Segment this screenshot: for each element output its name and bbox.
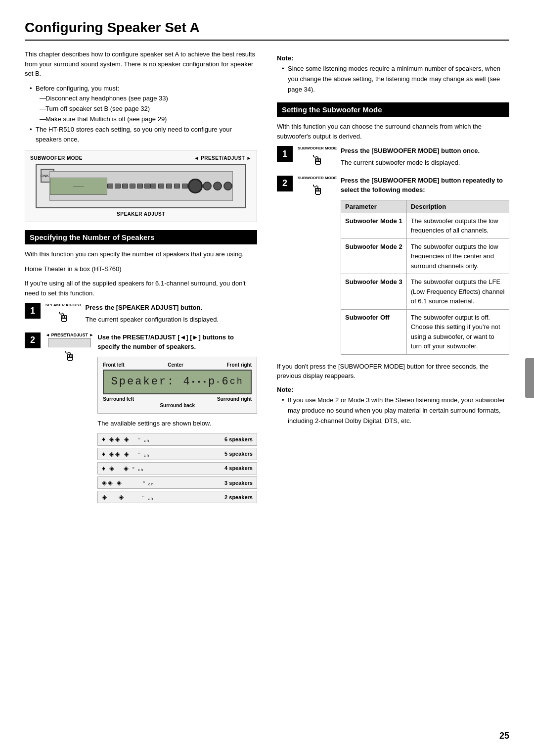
side-tab	[525, 358, 534, 398]
step2-sub-content: Press the [SUBWOOFER MODE] button repeat…	[341, 176, 509, 355]
speaker-icons-3: ◈◈ ◈ ▫ ch	[102, 479, 213, 486]
note-bottom-text: If you use Mode 2 or Mode 3 with the Ste…	[282, 395, 509, 426]
speaker-top-labels: Front left Center Front right	[103, 362, 252, 368]
table-param-off: Subwoofer Off	[341, 309, 407, 354]
knob3	[223, 182, 232, 190]
step2-subwoofer: 2 SUBWOOFER MODE 🖱 Press the [SUBWOOFER …	[277, 176, 509, 355]
note-top-text: Since some listening modes require a min…	[282, 64, 509, 94]
receiver-diagram-box: SUBWOOFER MODE ◄ PRESET/ADJUST ► ONKYO ―…	[25, 150, 257, 222]
intro-paragraph: This chapter describes how to configure …	[25, 49, 257, 79]
step2-icon-area: ◄ PRESET/ADJUST ► 🖱 Use the PRESET/ADJUS…	[45, 332, 257, 508]
step1-icon-area: SPEAKER ADJUST 🖱 Press the [SPEAKER ADJU…	[45, 303, 219, 326]
btn2	[115, 184, 121, 189]
knob1	[203, 182, 212, 190]
btn11	[182, 184, 188, 189]
note-bottom-label: Note:	[277, 386, 509, 393]
step2-sub-number: 2	[277, 176, 293, 191]
step1-desc: The current speaker configuration is dis…	[86, 315, 219, 325]
speaker-adjust-label: SPEAKER ADJUST	[30, 211, 252, 217]
btn5	[137, 184, 143, 189]
speaker-row-5: ♦ ◈◈ ◈ ▫ ch 5 speakers	[97, 448, 257, 460]
step1-title: Press the [SPEAKER ADJUST] button.	[86, 303, 219, 313]
label-surround-left: Surround left	[103, 396, 134, 402]
section-speakers-header: Specifying the Number of Speakers	[25, 230, 257, 244]
table-row-mode2: Subwoofer Mode 2 The subwoofer outputs t…	[341, 238, 509, 274]
button-row-2	[150, 184, 188, 189]
right-column: Note: Since some listening modes require…	[277, 49, 509, 515]
home-theater-desc: If you're using all of the supplied spea…	[25, 279, 257, 298]
btn9	[166, 184, 172, 189]
page-number: 25	[499, 731, 509, 741]
speaker-count-3: 3 speakers	[213, 480, 253, 486]
step2-icon-label: ◄ PRESET/ADJUST ►	[45, 332, 93, 337]
step1-subwoofer: 1 SUBWOOFER MODE 🖱 Press the [SUBWOOFER …	[277, 146, 509, 169]
sub-bullet-multich: Make sure that Multich is off (see page …	[40, 114, 257, 125]
available-settings-text: The available settings are shown below.	[97, 419, 257, 428]
sub-bullet-speakerb: Turn off speaker set B (see page 32)	[40, 104, 257, 114]
speaker-icons-5: ♦ ◈◈ ◈ ▫ ch	[102, 450, 213, 458]
bullet-before: Before configuring, you must:	[30, 84, 257, 94]
note-bottom: Note: If you use Mode 2 or Mode 3 with t…	[277, 386, 509, 426]
label-front-left: Front left	[103, 362, 124, 368]
btn4	[130, 184, 135, 189]
intro-bullets: Before configuring, you must: Disconnect…	[30, 84, 257, 145]
speaker-display-screen: Speaker: 4▪▪▪ p ▫ 6ch	[103, 370, 252, 394]
btn8	[158, 184, 164, 189]
step1-sub-icon: SUBWOOFER MODE 🖱	[298, 146, 337, 169]
step1-number: 1	[25, 303, 41, 319]
step1-sub-number: 1	[277, 146, 293, 162]
btn7	[150, 184, 156, 189]
receiver-image: ONKYO ―――	[36, 164, 246, 208]
label-center: Center	[168, 362, 183, 368]
after-table-text: If you don't press the [SUBWOOFER MODE] …	[277, 362, 509, 381]
step2-sub-icon: SUBWOOFER MODE 🖱	[298, 176, 337, 198]
speaker-row-2: ◈ ◈ ▫ ch 2 speakers	[97, 491, 257, 503]
speaker-row-6: ♦ ◈◈ ◈ ▫ ch 6 speakers	[97, 433, 257, 445]
step2-hand-icon: 🖱	[63, 348, 77, 365]
note-top-bullets: Since some listening modes require a min…	[282, 64, 509, 94]
button-row-1	[107, 184, 150, 189]
table-desc-mode3: The subwoofer outputs the LFE (Low Frequ…	[406, 274, 509, 310]
step1-icon: SPEAKER ADJUST 🖱	[45, 303, 82, 326]
left-column: This chapter describes how to configure …	[25, 49, 257, 515]
speaker-bottom-labels: Surround left Surround right	[103, 396, 252, 402]
speaker-display-area: Front left Center Front right Speaker: 4…	[97, 357, 257, 414]
step1-sub-icon-label: SUBWOOFER MODE	[298, 146, 337, 151]
receiver-inner: ―――	[49, 171, 233, 201]
step1-hand-icon: 🖱	[56, 309, 70, 326]
section-subwoofer-header: Setting the Subwoofer Mode	[277, 102, 509, 117]
speaker-icons-4: ♦ ◈ ◈ ▫ ch	[102, 465, 213, 472]
speaker-row-4: ♦ ◈ ◈ ▫ ch 4 speakers	[97, 462, 257, 474]
step2-sub-hand-icon: 🖱	[311, 182, 324, 198]
table-desc-mode2: The subwoofer outputs the low frequencie…	[406, 238, 509, 274]
table-param-mode2: Subwoofer Mode 2	[341, 238, 407, 274]
knob2	[213, 182, 222, 190]
note-top-label: Note:	[277, 54, 509, 62]
note-top: Note: Since some listening modes require…	[277, 54, 509, 94]
table-col2-header: Description	[406, 200, 509, 213]
speaker-count-6: 6 speakers	[213, 436, 253, 442]
step1-content: Press the [SPEAKER ADJUST] button. The c…	[86, 303, 219, 324]
step1-sub-content: Press the [SUBWOOFER MODE] button once. …	[341, 146, 480, 167]
step2-sub-icon-label: SUBWOOFER MODE	[298, 176, 337, 181]
preset-adjust-label: ◄ PRESET/ADJUST ►	[194, 155, 252, 161]
note-bottom-bullets: If you use Mode 2 or Mode 3 with the Ste…	[282, 395, 509, 426]
table-col1-header: Parameter	[341, 200, 407, 213]
label-surround-back: Surround back	[103, 403, 252, 408]
step2-sub-icon-area: SUBWOOFER MODE 🖱 Press the [SUBWOOFER MO…	[298, 176, 509, 355]
table-row-off: Subwoofer Off The subwoofer output is of…	[341, 309, 509, 354]
step2-title: Use the PRESET/ADJUST [◄] [►] buttons to…	[97, 332, 257, 352]
section-subwoofer-intro: With this function you can choose the su…	[277, 122, 509, 141]
bullet-stores: The HT-R510 stores each setting, so you …	[30, 125, 257, 145]
btn3	[122, 184, 128, 189]
page-title: Configuring Speaker Set A	[25, 20, 509, 41]
receiver-display: ―――	[50, 178, 108, 195]
table-row-mode3: Subwoofer Mode 3 The subwoofer outputs t…	[341, 274, 509, 310]
speaker-icons-6: ♦ ◈◈ ◈ ▫ ch	[102, 435, 213, 443]
btn10	[174, 184, 180, 189]
step2-icon: ◄ PRESET/ADJUST ► 🖱	[45, 332, 93, 365]
btn6	[144, 184, 150, 189]
speaker-count-2: 2 speakers	[213, 494, 253, 500]
step2-speakers: 2 ◄ PRESET/ADJUST ► 🖱 Use the PRESET/ADJ…	[25, 332, 257, 508]
btn1	[107, 184, 113, 189]
